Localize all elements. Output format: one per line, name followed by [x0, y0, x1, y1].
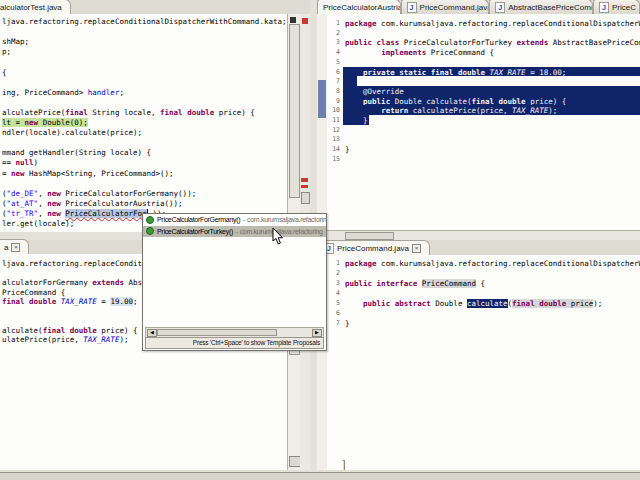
- top-right-hscrollbar[interactable]: [317, 230, 640, 240]
- code-line: [345, 268, 640, 269]
- code-completion-popup: PriceCalculatorForGermany() - com.kurums…: [142, 213, 327, 351]
- code-line: [345, 308, 640, 309]
- line-number: 8: [336, 87, 340, 95]
- code-line: @Override: [345, 86, 640, 96]
- tab-label: PriceC: [612, 3, 636, 12]
- line-number: 10: [332, 106, 340, 114]
- code-line: [2, 77, 287, 78]
- top-right-tabbar: PriceCalculatorAustria J PriceCommand.ja…: [317, 0, 640, 15]
- tab-pricecommand-java[interactable]: J PriceCommand.java: [401, 0, 490, 14]
- bottom-right-line-numbers: 1234567: [327, 255, 343, 470]
- top-left-overview-ruler[interactable]: [300, 14, 310, 232]
- tab-label: a: [4, 243, 8, 252]
- line-number: 3: [336, 279, 340, 287]
- completion-item[interactable]: PriceCalculatorForGermany() - com.kurums…: [143, 214, 326, 226]
- code-line: [2, 178, 287, 179]
- line-number: 1: [336, 259, 340, 267]
- tab-abstractbasepricecomm[interactable]: J AbstractBasePriceComm: [489, 0, 593, 14]
- close-icon[interactable]: ×: [412, 244, 421, 253]
- code-line: == null): [2, 157, 287, 167]
- tab-pricecommand-java-bottom[interactable]: J PriceCommand.java ×: [318, 240, 430, 255]
- tab-label: AbstractBasePriceComm: [508, 3, 593, 12]
- code-line: [345, 134, 640, 135]
- top-left-vscrollbar-thumb[interactable]: [289, 24, 300, 198]
- code-line: package com.kurumsaljava.refactoring.rep…: [345, 258, 640, 268]
- line-number: 4: [336, 48, 340, 56]
- line-number: 1: [336, 19, 340, 27]
- popup-footer-hint: Press 'Ctrl+Space' to show Template Prop…: [145, 337, 324, 349]
- line-number: 5: [336, 58, 340, 66]
- code-line: }: [345, 144, 640, 154]
- completion-item-label: PriceCalculatorForTurkey(): [157, 228, 233, 235]
- close-icon[interactable]: ×: [11, 243, 20, 252]
- code-line: [345, 125, 640, 126]
- code-line: {: [2, 67, 287, 77]
- top-left-tabbar: alculatorTest.java: [0, 0, 310, 15]
- top-left-editor[interactable]: ljava.refactoring.replaceConditionalDisp…: [0, 14, 287, 232]
- code-line: [2, 137, 287, 138]
- tab-calculator-test[interactable]: alculatorTest.java: [0, 0, 71, 14]
- line-number: 3: [336, 38, 340, 46]
- scrollbar-top-marker: [290, 17, 296, 23]
- tab-label: PriceCalculatorAustria: [323, 3, 401, 12]
- top-right-editor[interactable]: package com.kurumsaljava.refactoring.rep…: [343, 14, 640, 230]
- code-line: public Double calculate(final double pri…: [345, 96, 640, 106]
- error-marker-icon[interactable]: [301, 178, 308, 182]
- code-line: mmand getHandler(String locale) {: [2, 147, 287, 157]
- java-file-icon: J: [495, 2, 505, 13]
- code-line: alculatePrice(final String locale, final…: [2, 107, 287, 117]
- scroll-left-arrow-icon[interactable]: ◀: [147, 329, 157, 337]
- top-right-line-numbers: 123456789101112131415: [327, 14, 343, 230]
- code-line: ljava.refactoring.replaceConditionalDisp…: [2, 16, 287, 26]
- tab-germany-java[interactable]: a ×: [0, 239, 29, 254]
- code-line: return calculatePrice(price, TAX_RATE);: [345, 105, 640, 115]
- completion-item[interactable]: PriceCalculatorForTurkey() - com.kurumsa…: [143, 226, 326, 238]
- mouse-cursor-icon: [272, 228, 284, 245]
- selection-range-indicator: [318, 80, 326, 118]
- code-line: implements PriceCommand {: [345, 47, 640, 57]
- bottom-right-editor[interactable]: package com.kurumsaljava.refactoring.rep…: [343, 255, 640, 470]
- class-proposal-icon: [146, 216, 154, 224]
- top-right-hscrollbar-thumb[interactable]: [345, 232, 394, 240]
- code-line: ing, PriceCommand> handler;: [2, 87, 287, 97]
- status-bar: [0, 472, 640, 480]
- code-line: = new HashMap<String, PriceCommand>();: [2, 168, 287, 178]
- code-line: }: [345, 318, 640, 328]
- code-line: shMap;: [2, 36, 287, 46]
- line-number: 6: [336, 68, 340, 76]
- code-line: [2, 97, 287, 98]
- line-number: 2: [336, 29, 340, 37]
- code-line: public abstract Double calculate(final d…: [345, 298, 640, 308]
- line-number: 11: [332, 116, 340, 124]
- code-line: ("de_DE", new PriceCalculatorForGermany(…: [2, 188, 287, 198]
- code-line: public class PriceCalculatorForTurkey ex…: [345, 37, 640, 47]
- code-line: [345, 28, 640, 29]
- selection-highlight: [343, 76, 357, 86]
- ide-window: alculatorTest.java ljava.refactoring.rep…: [0, 0, 640, 480]
- tab-pricecalculator-turkey[interactable]: J PriceC: [593, 0, 640, 14]
- error-marker-icon[interactable]: [301, 185, 308, 188]
- code-line: ndler(locale).calculate(price);: [2, 127, 287, 137]
- tab-pricecalculator-austria[interactable]: PriceCalculatorAustria: [317, 0, 401, 14]
- completion-item-label: PriceCalculatorForGermany(): [157, 216, 240, 223]
- bottom-right-tabbar: J PriceCommand.java ×: [317, 240, 640, 256]
- error-marker-icon[interactable]: [302, 18, 308, 24]
- java-file-icon: J: [407, 2, 417, 13]
- line-number: 7: [336, 319, 340, 327]
- line-number: 13: [332, 135, 340, 143]
- class-proposal-icon: [146, 227, 154, 235]
- line-number: 9: [336, 97, 340, 105]
- code-line: [345, 57, 640, 58]
- scroll-corner-grip[interactable]: [343, 460, 345, 470]
- scroll-right-arrow-icon[interactable]: ▶: [312, 329, 322, 337]
- code-line: [345, 76, 640, 77]
- code-line: }: [345, 115, 640, 125]
- code-line: lt = new Double(0);: [2, 117, 287, 127]
- line-number: 4: [336, 289, 340, 297]
- line-number: 2: [336, 269, 340, 277]
- line-number: 15: [332, 155, 340, 163]
- code-line: ("at_AT", new PriceCalculatorAustria());: [2, 198, 287, 208]
- popup-hscrollbar-thumb[interactable]: [157, 329, 277, 336]
- line-number: 7: [336, 77, 340, 85]
- tab-label: alculatorTest.java: [0, 3, 62, 12]
